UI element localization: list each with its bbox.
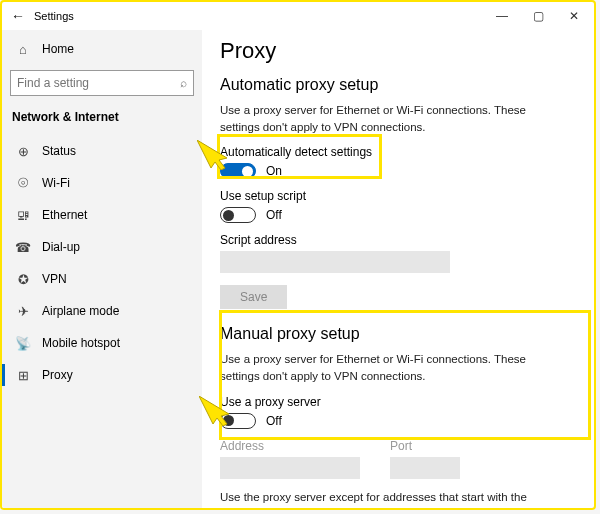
- wifi-icon: ⦾: [14, 175, 32, 191]
- sidebar-item-vpn[interactable]: ✪ VPN: [10, 264, 194, 294]
- address-input[interactable]: [220, 457, 360, 479]
- use-proxy-toggle[interactable]: [220, 413, 256, 429]
- auto-detect-toggle[interactable]: [220, 163, 256, 179]
- airplane-icon: ✈: [14, 304, 32, 319]
- search-box[interactable]: ⌕: [10, 70, 194, 96]
- address-label: Address: [220, 439, 360, 453]
- sidebar-item-label: Wi-Fi: [42, 176, 70, 190]
- window-title: Settings: [34, 10, 74, 22]
- sidebar: ⌂ Home ⌕ Network & Internet ⊕ Status ⦾ W…: [2, 30, 202, 508]
- port-input[interactable]: [390, 457, 460, 479]
- vpn-icon: ✪: [14, 272, 32, 287]
- sidebar-home-label: Home: [42, 42, 74, 56]
- back-button[interactable]: ←: [8, 8, 28, 24]
- sidebar-item-label: Ethernet: [42, 208, 87, 222]
- page-title: Proxy: [220, 38, 580, 64]
- sidebar-item-airplane[interactable]: ✈ Airplane mode: [10, 296, 194, 326]
- use-proxy-state: Off: [266, 414, 282, 428]
- auto-desc: Use a proxy server for Ethernet or Wi-Fi…: [220, 102, 560, 135]
- exceptions-desc: Use the proxy server except for addresse…: [220, 489, 560, 508]
- sidebar-home[interactable]: ⌂ Home: [10, 34, 194, 64]
- save-button[interactable]: Save: [220, 285, 287, 309]
- setup-script-toggle[interactable]: [220, 207, 256, 223]
- home-icon: ⌂: [14, 42, 32, 57]
- search-input[interactable]: [17, 76, 180, 90]
- auto-heading: Automatic proxy setup: [220, 76, 580, 94]
- sidebar-item-label: Mobile hotspot: [42, 336, 120, 350]
- status-icon: ⊕: [14, 144, 32, 159]
- sidebar-item-status[interactable]: ⊕ Status: [10, 136, 194, 166]
- sidebar-item-label: Airplane mode: [42, 304, 119, 318]
- dialup-icon: ☎: [14, 240, 32, 255]
- port-label: Port: [390, 439, 460, 453]
- manual-heading: Manual proxy setup: [220, 325, 580, 343]
- sidebar-item-label: Proxy: [42, 368, 73, 382]
- script-address-label: Script address: [220, 233, 580, 247]
- sidebar-item-label: Dial-up: [42, 240, 80, 254]
- sidebar-category: Network & Internet: [12, 110, 194, 124]
- sidebar-item-wifi[interactable]: ⦾ Wi-Fi: [10, 168, 194, 198]
- settings-window: ← Settings — ▢ ✕ ⌂ Home ⌕ Network & Inte…: [0, 0, 596, 510]
- maximize-button[interactable]: ▢: [520, 9, 556, 23]
- manual-desc: Use a proxy server for Ethernet or Wi-Fi…: [220, 351, 560, 384]
- ethernet-icon: 🖳: [14, 208, 32, 223]
- sidebar-item-dialup[interactable]: ☎ Dial-up: [10, 232, 194, 262]
- hotspot-icon: 📡: [14, 336, 32, 351]
- setup-script-label: Use setup script: [220, 189, 580, 203]
- sidebar-item-ethernet[interactable]: 🖳 Ethernet: [10, 200, 194, 230]
- sidebar-item-proxy[interactable]: ⊞ Proxy: [10, 360, 194, 390]
- sidebar-item-label: Status: [42, 144, 76, 158]
- setup-script-state: Off: [266, 208, 282, 222]
- proxy-icon: ⊞: [14, 368, 32, 383]
- minimize-button[interactable]: —: [484, 9, 520, 23]
- sidebar-item-hotspot[interactable]: 📡 Mobile hotspot: [10, 328, 194, 358]
- close-button[interactable]: ✕: [556, 9, 592, 23]
- use-proxy-label: Use a proxy server: [220, 395, 580, 409]
- script-address-input[interactable]: [220, 251, 450, 273]
- auto-detect-label: Automatically detect settings: [220, 145, 580, 159]
- search-icon: ⌕: [180, 76, 187, 90]
- auto-detect-state: On: [266, 164, 282, 178]
- content-pane: Proxy Automatic proxy setup Use a proxy …: [202, 30, 594, 508]
- titlebar: ← Settings — ▢ ✕: [2, 2, 594, 30]
- sidebar-item-label: VPN: [42, 272, 67, 286]
